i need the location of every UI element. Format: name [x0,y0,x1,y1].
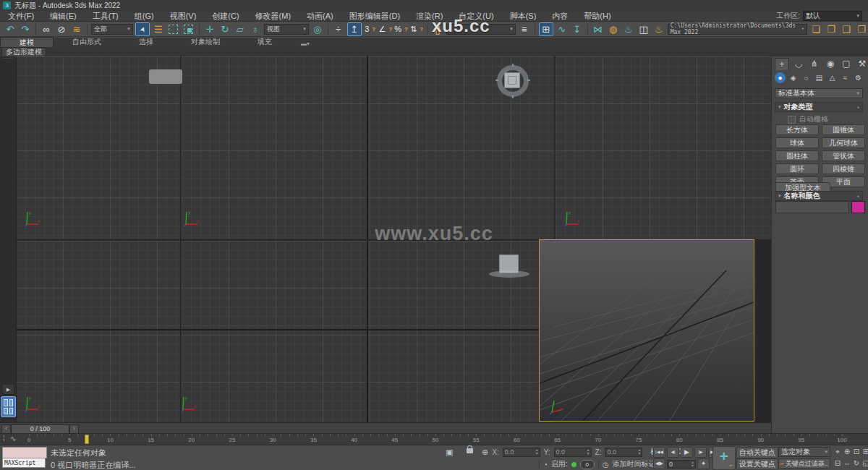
zoom-button[interactable]: ⌖ [833,446,842,457]
ribbon-toggle-button[interactable]: ↧ [571,23,584,35]
select-and-move-button[interactable]: ✛ [203,23,216,35]
tab-hierarchy[interactable]: ⋔ [808,58,821,69]
schematic-view-button[interactable]: ⋈ [592,23,605,35]
selection-filter-dropdown[interactable]: 全部 ▾ [91,24,133,35]
select-and-place-button[interactable]: ♁ [249,23,262,35]
set-key-button[interactable]: 设置关键点 [736,458,778,470]
ribbon-tab-4[interactable]: 填充 [239,37,291,46]
primitive-button-6[interactable]: 圆环 [775,163,819,174]
viewport-top-right[interactable] [556,56,771,239]
menu-item-8[interactable]: 图形编辑器(D) [341,11,408,22]
rollout-object-type[interactable]: ▾ 对象类型 ▪ [775,102,863,112]
undo-button[interactable]: ↶ [4,23,17,35]
viewcube-small[interactable] [489,255,529,281]
ribbon-tab-1[interactable]: 自由形式 [54,37,120,46]
viewcube[interactable] [497,65,529,97]
category-systems[interactable]: ⚙ [853,72,864,83]
selection-lock-toggle[interactable] [467,448,473,453]
object-color-swatch[interactable] [851,201,865,213]
mini-curve-editor-button[interactable]: ∿ [10,435,16,443]
select-by-name-button[interactable]: ☰ [152,23,165,35]
maxscript-mini-listener[interactable]: MAXScript 迷 [2,458,46,468]
auto-key-button[interactable]: 自动关键点 [736,447,778,458]
primitive-button-5[interactable]: 管状体 [822,150,865,161]
menu-item-4[interactable]: 视图(V) [162,11,205,22]
isolate-selection-toggle[interactable]: ▣ [446,448,453,457]
menu-item-1[interactable]: 编辑(E) [42,11,85,22]
key-mode-toggle[interactable]: ◀▶ [653,458,665,469]
menu-item-11[interactable]: 脚本(S) [502,11,545,22]
key-mode-dropdown[interactable]: 选定对象 ▾ [778,447,830,457]
primitive-button-3[interactable]: 几何球体 [822,137,865,148]
zoom-region-button[interactable]: ⊟ [833,458,842,469]
play-button[interactable]: ▶ [681,447,693,458]
primitive-button-1[interactable]: 圆锥体 [822,124,865,135]
viewcube-top-face[interactable] [504,72,520,88]
go-to-start-button[interactable]: |◀◀ [653,447,665,458]
toolbar-grip[interactable] [3,58,13,61]
key-filters-button[interactable]: ⌐ 关键点过滤器.. [778,458,830,469]
curve-editor-button[interactable]: ∿ [556,23,569,35]
orbit-button[interactable]: ↻ [852,458,861,469]
project-folder-path[interactable]: C:\Users\Administrator\Documents\3ds Max… [668,24,807,35]
next-frame-button[interactable]: |▶ [694,447,707,458]
unlink-selection-button[interactable]: ⊘ [55,23,68,35]
keyboard-override-toggle[interactable]: ↥ [347,22,362,36]
viewport-perspective-active[interactable] [539,239,754,422]
menu-item-3[interactable]: 组(G) [127,11,162,22]
menu-item-6[interactable]: 修改器(M) [247,11,299,22]
degradation-icon[interactable]: ◔ [543,461,548,469]
ribbon-minimize-button[interactable]: ▬▾ [301,40,310,47]
menu-item-7[interactable]: 动画(A) [299,11,341,22]
redo-button[interactable]: ↷ [19,23,32,35]
tab-display[interactable]: ▢ [840,58,853,69]
maximize-viewport-toggle[interactable]: ◱ [861,458,868,469]
workspace-dropdown[interactable]: 默认 ▾ [803,11,862,21]
use-pivot-center-button[interactable]: ◎ [311,23,324,35]
rendered-frame-window-button[interactable]: ◫ [637,23,650,35]
scene-explorer-toggle[interactable]: ⊞ [539,22,553,36]
menu-item-2[interactable]: 工具(T) [85,11,127,22]
tab-motion[interactable]: ◉ [824,58,837,69]
layout-flyout-button[interactable]: ▶ [2,384,14,395]
pan-button[interactable]: ⇔ [843,458,851,469]
macro-recorder-field[interactable] [2,447,47,458]
layout-tab-2x2[interactable] [1,396,16,417]
key-settings-button[interactable]: ✦ [697,458,710,469]
time-slider-marker[interactable] [85,435,89,444]
select-and-link-button[interactable]: ∞ [40,23,53,35]
select-and-scale-button[interactable]: ▱ [234,23,247,35]
angle-snap-toggle[interactable]: ∠? [379,23,393,35]
window-crossing-toggle[interactable] [182,23,195,35]
tab-modify[interactable]: ◡ [792,58,805,69]
viewport-bottom-left[interactable] [16,241,180,422]
tab-create[interactable]: + [775,58,789,70]
primitive-button-2[interactable]: 球体 [775,137,819,148]
polygon-modeling-panel-button[interactable]: 多边形建模 [1,47,46,57]
menu-item-13[interactable]: 帮助(H) [576,11,618,22]
add-time-tag-button[interactable]: 添加时间标记 [613,459,656,469]
bind-to-spacewarp-button[interactable]: ≋ [70,23,83,35]
category-helpers[interactable]: △ [827,72,838,83]
render-setup-button[interactable]: ♨ [622,23,635,35]
menu-item-12[interactable]: 内容 [544,11,576,22]
select-object-button[interactable]: ➤ [135,22,150,36]
ribbon-tab-0[interactable]: 建模 [0,37,54,47]
absolute-mode-toggle[interactable]: ⊕ [482,448,488,457]
autogrid-checkbox[interactable] [788,116,796,124]
project-folder-button-2[interactable]: ❐ [825,23,838,35]
primitive-button-4[interactable]: 圆柱体 [775,150,819,161]
z-coordinate-field[interactable]: 0.0▴▾ [605,448,642,457]
project-folder-button-4[interactable]: ❒ [855,23,868,35]
track-grip-icon[interactable]: ⁞ [3,435,5,443]
layer-explorer-toggle[interactable]: ≡ [518,23,531,35]
render-production-button[interactable]: ♨ [652,23,665,35]
category-spacewarps[interactable]: ≈ [840,72,851,83]
menu-item-5[interactable]: 创建(C) [204,11,247,22]
track-bar[interactable]: ⁞ ∿ 051015202530354045505560657075808590… [0,433,868,445]
spinner-snap-toggle[interactable]: ⇅? [410,23,423,35]
category-cameras[interactable]: ▤ [814,72,825,83]
menu-item-0[interactable]: 文件(F) [0,11,42,22]
primitive-button-0[interactable]: 长方体 [775,124,819,135]
ribbon-tab-3[interactable]: 对象绘制 [172,37,239,46]
